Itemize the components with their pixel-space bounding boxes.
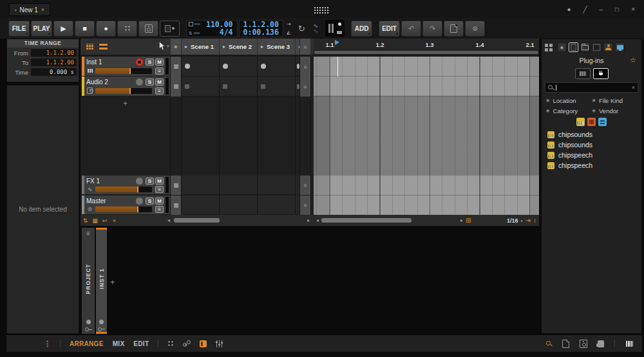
mute-button-inst1[interactable]: M	[155, 59, 164, 66]
add-track-hint[interactable]: +	[123, 99, 128, 108]
record-arm-fx1[interactable]	[136, 178, 143, 185]
browser-search-field[interactable]: ×	[545, 82, 638, 93]
record-arm-audio2[interactable]	[136, 78, 143, 86]
clip-slot-audio2-s3[interactable]	[258, 77, 295, 96]
zoom-fit-horizontal-button[interactable]: ⇥	[526, 217, 531, 224]
launcher-scrollbar-thumb[interactable]	[174, 218, 220, 223]
view-arrange-button[interactable]: ARRANGE	[70, 340, 104, 347]
tab-packages[interactable]	[592, 42, 601, 52]
instrument-chip-icon[interactable]	[576, 118, 585, 126]
launcher-scroll-right[interactable]: ▸	[307, 217, 310, 223]
grid-resolution-minus[interactable]: -	[521, 217, 523, 224]
scale-window-icon[interactable]: ╱	[583, 6, 587, 13]
clip-slot-fx1-s1[interactable]	[182, 176, 219, 195]
clear-launcher-button[interactable]: ×	[109, 217, 119, 224]
clip-slot-inst1-s4[interactable]	[296, 57, 299, 77]
scene-2-header[interactable]: ▸ Scene 2	[220, 39, 257, 55]
automation-write-icon[interactable]: ∿	[314, 28, 319, 33]
stop-all-header-cell[interactable]: ■	[171, 39, 181, 55]
plugin-filter-button[interactable]	[593, 68, 609, 79]
track-name-inst1[interactable]: Inst 1	[86, 59, 136, 66]
effect-chip-icon[interactable]	[587, 118, 596, 126]
display-profile-button[interactable]	[160, 21, 180, 37]
view-edit-button[interactable]: EDIT	[133, 340, 149, 347]
inst1-power-icon[interactable]	[99, 320, 104, 324]
project-tab-close-icon[interactable]: ×	[41, 6, 44, 13]
track-menu-fx1[interactable]: ≡	[155, 186, 164, 193]
show-routing-icon[interactable]	[183, 340, 191, 347]
play-menu-button[interactable]: PLAY	[31, 21, 52, 37]
stop-clips-inst1[interactable]	[171, 57, 181, 77]
tempo-display[interactable]: ⇅ 110.00 4/4	[186, 20, 238, 37]
track-header-fx1[interactable]: FX 1 S M ∿ ≡	[82, 176, 170, 195]
clip-slot-master-s1[interactable]	[182, 196, 219, 215]
stop-button[interactable]: ■	[75, 21, 95, 37]
arranger-scroll-right[interactable]: ▸	[460, 217, 463, 223]
record-arm-inst1[interactable]	[136, 59, 143, 66]
launcher-scroll-left[interactable]: ◂	[167, 217, 170, 223]
touch-controller-icon[interactable]	[598, 340, 604, 347]
favorites-star-icon[interactable]: ☆	[630, 56, 636, 64]
clip-slot-fx1-s2[interactable]	[220, 176, 257, 195]
time-value[interactable]: 0:00.136	[243, 28, 279, 36]
clip-slot-master-s2[interactable]	[220, 196, 257, 215]
result-item[interactable]: chipspeech	[542, 160, 641, 170]
clip-slot-fx1-s4[interactable]	[296, 176, 299, 195]
loop-toggle[interactable]: ↻	[294, 24, 309, 33]
clip-slot-audio2-s4[interactable]	[296, 77, 299, 96]
arranger-scrollbar-thumb[interactable]	[321, 218, 412, 223]
tab-inst1[interactable]: INST 1	[96, 228, 107, 334]
solo-button-inst1[interactable]: S	[146, 59, 154, 66]
scene-3-play-icon[interactable]: ▸	[261, 44, 263, 50]
tab-files[interactable]	[580, 42, 590, 52]
track-header-audio2[interactable]: Audio 2 S M ≡	[82, 77, 170, 96]
close-button[interactable]: ×	[631, 6, 635, 13]
solo-button-fx1[interactable]: S	[146, 178, 154, 185]
record-arm-master[interactable]	[136, 197, 143, 205]
slot-menu-inst1[interactable]: ≡	[300, 57, 310, 77]
to-value-field[interactable]: 1.1.2.00	[31, 59, 77, 66]
stop-clips-fx1[interactable]	[171, 176, 181, 195]
position-display[interactable]: 1.1.2.00 0:00.136	[239, 20, 283, 37]
delete-button[interactable]: ⊗	[465, 21, 485, 37]
clip-slot-audio2-s1[interactable]	[182, 77, 219, 96]
browser-grid-icon[interactable]	[545, 44, 553, 51]
tempo-tap-icon[interactable]	[189, 22, 193, 26]
time-value-field[interactable]: 0.000 s	[31, 68, 77, 76]
volume-fader-inst1[interactable]	[95, 68, 152, 74]
zoom-scrollbar-strip[interactable]	[314, 50, 539, 55]
snap-settings-button[interactable]: ⊞	[466, 217, 471, 224]
scene-menu-header-cell[interactable]: ≡	[300, 39, 310, 55]
scene-1-header[interactable]: ▸ Scene 1	[182, 39, 219, 55]
track-menu-master[interactable]: ≡	[155, 206, 164, 213]
clip-slot-audio2-s2[interactable]	[220, 77, 257, 96]
stop-clips-audio2[interactable]	[171, 77, 181, 96]
beat-ruler[interactable]: 1.1 1.2 1.3 1.4 2.1	[314, 39, 539, 50]
record-button[interactable]: ●	[96, 21, 116, 37]
track-menu-audio2[interactable]: ≡	[155, 87, 164, 95]
engine-status-icon[interactable]: ●	[567, 6, 571, 13]
duplicate-button[interactable]	[444, 21, 464, 37]
stop-all-clips-button[interactable]: ⇅	[80, 217, 90, 224]
back-to-arrangement-button[interactable]: ↩	[100, 217, 109, 224]
project-tab[interactable]: ▪ New 1 ×	[9, 3, 50, 16]
groove-button[interactable]	[117, 21, 137, 37]
track-list-icon[interactable]	[99, 44, 108, 50]
scene-4-header-clipped[interactable]: ▸	[296, 39, 299, 55]
clip-slot-inst1-s3[interactable]	[258, 57, 295, 77]
pointer-tool-icon[interactable]	[158, 41, 166, 53]
tab-collections[interactable]: ∗	[557, 42, 567, 52]
solo-button-audio2[interactable]: S	[146, 78, 154, 86]
grid-resolution-value[interactable]: 1/16	[507, 217, 518, 224]
tempo-mini-controls[interactable]: ⇅	[187, 19, 202, 38]
file-menu-button[interactable]: FILE	[8, 21, 30, 37]
redo-button[interactable]: ↷	[422, 21, 442, 37]
clip-slot-fx1-s3[interactable]	[258, 176, 295, 195]
vu-folder-icon[interactable]	[337, 31, 342, 34]
play-button[interactable]: ▶	[53, 21, 73, 37]
from-value-field[interactable]: 1.1.2.00	[31, 49, 77, 57]
add-button[interactable]: ADD	[351, 21, 372, 37]
track-name-master[interactable]: Master	[86, 197, 136, 205]
filter-vendor[interactable]: ∗ Vendor	[592, 105, 638, 116]
project-power-icon[interactable]	[86, 320, 91, 324]
